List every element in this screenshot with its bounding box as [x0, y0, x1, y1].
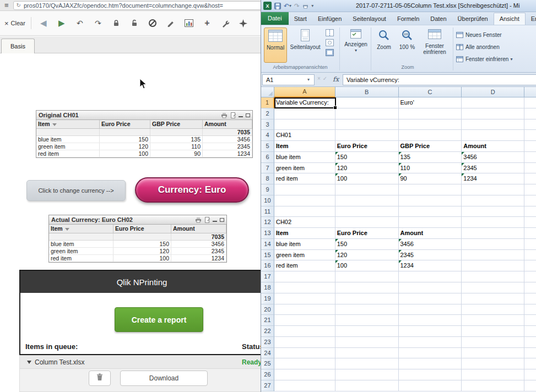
cell-B26[interactable]	[335, 369, 399, 380]
custom-views-icon[interactable]	[324, 37, 335, 47]
cell-A23[interactable]	[274, 337, 335, 348]
row-header-22[interactable]: 22	[261, 326, 274, 337]
cell-B18[interactable]	[335, 282, 399, 293]
cell-B22[interactable]	[335, 326, 399, 337]
cell-D23[interactable]	[462, 337, 524, 348]
cell-A6[interactable]: blue item	[274, 152, 335, 163]
full-screen-icon[interactable]	[324, 47, 335, 57]
cell-D24[interactable]	[462, 348, 524, 359]
tab-seitenlayout[interactable]: Seitenlayout	[347, 13, 392, 25]
cell-A24[interactable]	[274, 348, 335, 359]
cell-E15[interactable]	[524, 250, 536, 261]
create-report-button[interactable]: Create a report	[115, 307, 203, 332]
cell-B9[interactable]	[335, 184, 399, 195]
cell-E11[interactable]	[524, 206, 536, 217]
col-header-A[interactable]: A	[274, 87, 335, 97]
row-header-11[interactable]: 11	[261, 206, 274, 217]
cell-D1[interactable]	[462, 97, 524, 108]
row-header-4[interactable]: 4	[261, 130, 274, 141]
cell-D20[interactable]	[462, 304, 524, 315]
cell-B10[interactable]	[335, 195, 399, 206]
cell-D12[interactable]	[462, 217, 524, 228]
unlock-icon[interactable]	[130, 19, 139, 28]
collapse-caret-icon[interactable]	[27, 361, 31, 364]
col-header-C[interactable]: C	[399, 87, 462, 97]
cell-A15[interactable]: green item	[274, 250, 335, 261]
row-header-25[interactable]: 25	[261, 358, 274, 369]
cell-E16[interactable]	[524, 260, 536, 271]
table-caption[interactable]: Actual Currency: Euro CH02	[49, 215, 226, 225]
cell-A7[interactable]: green item	[274, 163, 335, 174]
cell-C13[interactable]: Amount	[399, 228, 462, 239]
cell-B2[interactable]	[335, 108, 399, 119]
cell-A18[interactable]	[274, 282, 335, 293]
change-currency-prompt[interactable]: Click to change currency -->	[26, 180, 126, 201]
cell-E9[interactable]	[524, 184, 536, 195]
cell-C24[interactable]	[399, 348, 462, 359]
row-header-7[interactable]: 7	[261, 163, 274, 174]
cell-B19[interactable]	[335, 293, 399, 304]
col-header-B[interactable]: B	[335, 87, 399, 97]
cell-B17[interactable]	[335, 271, 399, 282]
row-header-9[interactable]: 9	[261, 184, 274, 195]
column-header-euro-price[interactable]: Euro Price	[113, 225, 171, 233]
redo-icon[interactable]: ↷	[294, 2, 300, 10]
col-header-D[interactable]: D	[462, 87, 524, 97]
cell-E21[interactable]	[524, 315, 536, 326]
quick-print-icon[interactable]	[302, 3, 308, 9]
column-header-amount[interactable]: Amount	[171, 225, 226, 233]
cell-E20[interactable]	[524, 304, 536, 315]
tab-start[interactable]: Start	[289, 13, 312, 25]
cell-E27[interactable]	[524, 380, 536, 391]
currency-euro-button[interactable]: Currency: Euro	[135, 177, 249, 203]
column-header-item[interactable]: Item	[36, 120, 100, 128]
cell-B13[interactable]: Euro Price	[335, 228, 399, 239]
cell-C22[interactable]	[399, 326, 462, 337]
cell-B1[interactable]	[335, 97, 399, 108]
table-row[interactable]: green item1201102345	[36, 143, 252, 150]
cell-E7[interactable]	[524, 163, 536, 174]
tab-entwicklertools[interactable]: Entwicklertools	[526, 13, 536, 25]
column-header-item[interactable]: Item	[49, 225, 113, 233]
cell-D6[interactable]: 3456	[462, 152, 524, 163]
cell-D2[interactable]	[462, 108, 524, 119]
cell-E13[interactable]	[524, 228, 536, 239]
zoom-100-button[interactable]: 100 100 %	[396, 28, 419, 63]
cell-E14[interactable]	[524, 239, 536, 250]
cell-B25[interactable]	[335, 358, 399, 369]
cell-E8[interactable]	[524, 173, 536, 184]
cell-B20[interactable]	[335, 304, 399, 315]
clear-button[interactable]: ×Clear	[4, 19, 25, 28]
cell-B16[interactable]: 100	[335, 260, 399, 271]
cell-C21[interactable]	[399, 315, 462, 326]
maximize-icon[interactable]	[220, 218, 224, 222]
tab-ueberpruefen[interactable]: Überprüfen	[452, 13, 494, 25]
cell-D19[interactable]	[462, 293, 524, 304]
report-row[interactable]: Column Test.xlsx Ready	[20, 356, 264, 369]
save-icon[interactable]	[274, 3, 281, 9]
cell-B7[interactable]: 120	[335, 163, 399, 174]
column-header-gbp-price[interactable]: GBP Price	[150, 120, 203, 128]
tab-formeln[interactable]: Formeln	[392, 13, 425, 25]
cell-A9[interactable]	[274, 184, 335, 195]
cell-D3[interactable]	[462, 119, 524, 130]
cell-A5[interactable]: Item	[274, 141, 335, 152]
print-icon[interactable]	[221, 112, 228, 118]
favorites-icon[interactable]	[239, 19, 248, 28]
table-row[interactable]: blue item1501353456	[36, 136, 252, 143]
cell-A12[interactable]: CH02	[274, 217, 335, 228]
row-header-21[interactable]: 21	[261, 315, 274, 326]
row-header-1[interactable]: 1	[261, 97, 274, 108]
cell-E25[interactable]	[524, 358, 536, 369]
cell-C23[interactable]	[399, 337, 462, 348]
row-header-12[interactable]: 12	[261, 217, 274, 228]
row-header-18[interactable]: 18	[261, 282, 274, 293]
export-icon[interactable]	[230, 112, 236, 118]
cell-C27[interactable]	[399, 380, 462, 391]
column-header-euro-price[interactable]: Euro Price	[100, 120, 150, 128]
cell-C25[interactable]	[399, 358, 462, 369]
row-header-3[interactable]: 3	[261, 119, 274, 130]
tab-ansicht[interactable]: Ansicht	[494, 13, 526, 25]
cell-B5[interactable]: Euro Price	[335, 141, 399, 152]
tab-einfuegen[interactable]: Einfügen	[312, 13, 347, 25]
